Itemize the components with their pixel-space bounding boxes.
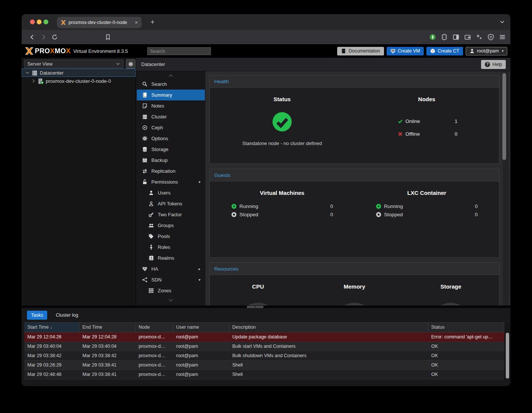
tree-item-proxmox-dev-cluster-0-node-0[interactable]: proxmox-dev-cluster-0-node-0 [22,77,136,85]
active-tab[interactable]: proxmox-dev-cluster-0-node × [57,17,142,28]
scroll-up-icon[interactable] [168,73,174,79]
puzzle-icon[interactable] [441,34,448,40]
column-header-status[interactable]: Status [428,323,504,332]
chevron-down-icon: ▾ [502,49,504,53]
sort-desc-icon: ↓ [50,325,52,329]
chevron-right-icon[interactable] [31,79,36,83]
replication-icon [142,168,148,174]
task-row[interactable]: Mar 29 12:04:26Mar 29 12:04:28proxmox-d…… [24,332,504,342]
column-header-node[interactable]: Node [136,323,173,332]
unlock-icon [142,179,148,185]
nav-item-users[interactable]: Users [137,187,205,198]
nav-item-replication[interactable]: Replication [137,166,205,177]
task-row[interactable]: Mar 29 03:40:04Mar 29 03:40:04proxmox-d…… [24,342,504,351]
new-tab-button[interactable]: + [148,17,157,27]
wallet-icon[interactable] [464,34,471,40]
tree-item-datacenter[interactable]: Datacenter [22,69,136,77]
vpn-shield-icon[interactable] [487,34,494,40]
scroll-down-icon[interactable] [168,297,174,303]
content-scrollbar-track[interactable] [503,71,509,305]
nav-item-storage[interactable]: Storage [137,144,205,155]
cluster-icon [142,114,148,120]
view-selector[interactable]: Server View [24,60,124,68]
nav-item-zones[interactable]: Zones [137,285,205,296]
tag-icon [148,233,154,239]
nav-item-label: Storage [151,147,169,152]
nav-item-label: Search [151,81,167,87]
nav-item-pools[interactable]: Pools [137,231,205,242]
nav-item-groups[interactable]: Groups [137,220,205,231]
task-cell-description: Bulk start VMs and Containers [229,342,428,351]
nav-item-cluster[interactable]: Cluster [137,111,205,122]
nav-item-label: Two Factor [158,212,182,217]
nav-item-label: Pools [158,233,170,239]
proxmox-logo-icon [25,46,34,55]
nav-item-permissions[interactable]: Permissions▾ [137,177,205,187]
nav-item-label: Cluster [151,114,167,120]
close-window-button[interactable] [30,19,35,24]
nav-item-search[interactable]: Search [137,79,205,90]
chevron-down-icon[interactable] [25,70,30,75]
column-header-description[interactable]: Description [229,323,428,332]
sidebar-icon[interactable] [453,34,459,40]
resource-tree-panel: Server View Datacenterproxmox-dev-cluste… [22,58,136,305]
user-menu-label: root@pam [477,48,499,54]
storage-column: Storage [403,275,499,305]
nav-item-summary[interactable]: Summary [137,90,205,100]
offline-value: 0 [454,131,457,137]
nav-item-notes[interactable]: Notes [137,100,205,111]
task-cell-node: proxmox-d… [136,370,173,379]
help-button[interactable]: ? Help [481,60,506,69]
tree-settings-button[interactable] [126,59,136,69]
browser-extensions [429,34,506,40]
bookmark-icon[interactable] [105,34,111,40]
menu-icon[interactable] [499,34,506,40]
nav-item-options[interactable]: Options [137,133,205,144]
reload-icon[interactable] [52,34,58,40]
tab-close-icon[interactable]: × [135,19,138,25]
cpu-column: CPU [210,275,306,305]
documentation-button[interactable]: Documentation [337,47,384,55]
column-label: Description [232,325,256,330]
minimize-window-button[interactable] [37,19,42,24]
task-cell-user: root@pam [173,361,229,370]
nav-item-sdn[interactable]: SDN▾ [137,274,205,285]
nav-item-api-tokens[interactable]: API Tokens [137,198,205,209]
task-row[interactable]: Mar 29 03:26:29Mar 29 03:38:41proxmox-d…… [24,361,504,370]
nav-item-two-factor[interactable]: Two Factor [137,209,205,220]
tab-search-chevron-icon[interactable] [499,19,505,25]
column-header-start-time[interactable]: Start Time↓ [24,323,79,332]
nav-item-backup[interactable]: Backup [137,155,205,166]
user-menu-button[interactable]: root@pam▾ [466,47,507,55]
create-ct-button[interactable]: Create CT [426,47,463,55]
column-header-end-time[interactable]: End Time [79,323,136,332]
maximize-window-button[interactable] [43,19,48,24]
privacy-circle-icon[interactable] [429,34,436,40]
task-scrollbar-thumb[interactable] [506,333,509,379]
column-header-user-name[interactable]: User name [173,323,229,332]
tab-tasks[interactable]: Tasks [27,311,47,320]
nav-item-label: Summary [151,92,172,98]
storage-gauge [430,303,471,305]
back-icon[interactable] [29,34,35,40]
content-scrollbar-thumb[interactable] [502,73,506,160]
create-ct-label: Create CT [438,48,459,54]
nav-item-label: API Tokens [158,201,182,206]
nav-menu: SearchSummaryNotesClusterCephOptionsStor… [137,79,205,296]
panel-splitter[interactable]: ▼ [22,305,510,308]
page-title: Datacenter [141,61,165,67]
standalone-note: Standalone node - no cluster defined [210,141,354,146]
nodes-online-row: Online 1 [398,115,457,127]
pve-search-input[interactable] [147,47,211,55]
nav-item-ha[interactable]: HA▸ [137,263,205,274]
nav-item-realms[interactable]: Realms [137,253,205,263]
nav-item-roles[interactable]: Roles [137,242,205,253]
forward-icon[interactable] [40,34,46,40]
sparkles-icon[interactable] [476,34,483,40]
create-vm-button[interactable]: Create VM [387,47,424,55]
task-row[interactable]: Mar 29 02:48:48Mar 29 03:38:41proxmox-d…… [24,370,504,379]
tab-cluster-log[interactable]: Cluster log [52,311,82,320]
nav-item-ceph[interactable]: Ceph [137,122,205,133]
task-row[interactable]: Mar 29 03:38:42Mar 29 03:38:42proxmox-d…… [24,351,504,361]
vm-stopped-value: 0 [330,212,333,217]
